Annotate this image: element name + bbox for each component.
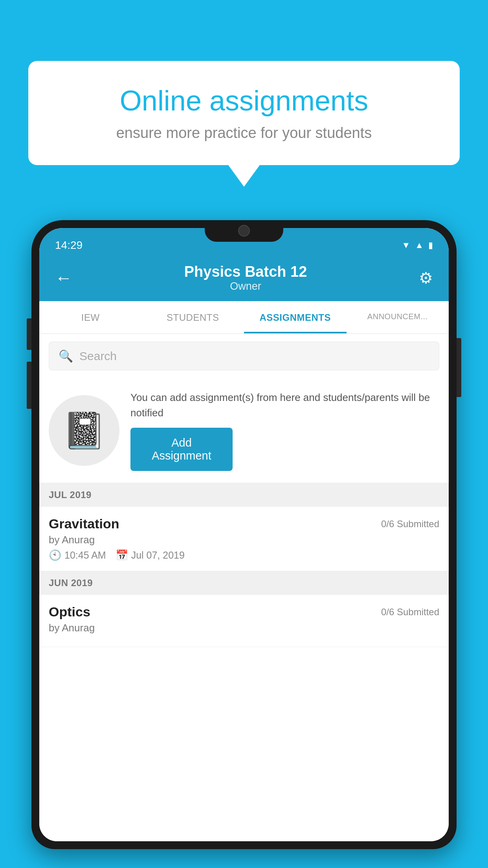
assignment-item-optics[interactable]: Optics 0/6 Submitted by Anurag [39,595,449,647]
status-icons: ▼ ▲ ▮ [402,240,433,250]
speech-bubble-container: Online assignments ensure more practice … [28,61,460,187]
assignment-time-gravitation: 🕙 10:45 AM [49,549,106,561]
assignment-item-gravitation[interactable]: Gravitation 0/6 Submitted by Anurag 🕙 10… [39,507,449,571]
assignment-card-right: You can add assignment(s) from here and … [130,390,439,471]
search-placeholder: Search [79,349,117,363]
tab-students[interactable]: STUDENTS [142,301,244,333]
add-assignment-button[interactable]: Add Assignment [130,428,233,471]
assignment-title-optics: Optics [49,604,90,620]
tabs-bar: IEW STUDENTS ASSIGNMENTS ANNOUNCEM... [39,301,449,334]
tab-assignments[interactable]: ASSIGNMENTS [244,301,347,333]
phone-camera [238,225,250,237]
header-title-group: Physics Batch 12 Owner [72,263,419,292]
notebook-icon: 📓 [62,410,106,451]
calendar-icon: 📅 [116,549,128,561]
assignment-date-gravitation: 📅 Jul 07, 2019 [116,549,185,561]
tab-iew[interactable]: IEW [39,301,142,333]
assignment-submitted-optics: 0/6 Submitted [381,607,439,618]
assignment-author-optics: by Anurag [49,622,439,634]
speech-bubble: Online assignments ensure more practice … [28,61,460,165]
speech-bubble-title: Online assignments [56,85,432,117]
search-container: 🔍 Search [39,334,449,378]
app-header: ← Physics Batch 12 Owner ⚙ [39,256,449,301]
speech-bubble-subtitle: ensure more practice for your students [56,125,432,142]
phone-screen: 14:29 ▼ ▲ ▮ ← Physics Batch 12 Owner ⚙ I… [39,228,449,841]
settings-icon[interactable]: ⚙ [419,269,433,287]
phone-container: 14:29 ▼ ▲ ▮ ← Physics Batch 12 Owner ⚙ I… [31,220,457,868]
phone-side-btn-left2 [27,362,31,409]
add-assignment-card: 📓 You can add assignment(s) from here an… [39,378,449,483]
assignment-meta-gravitation: 🕙 10:45 AM 📅 Jul 07, 2019 [49,549,439,561]
assignment-item-optics-top: Optics 0/6 Submitted [49,604,439,620]
battery-icon: ▮ [428,240,433,250]
clock-icon: 🕙 [49,549,61,561]
search-bar[interactable]: 🔍 Search [49,342,439,370]
section-header-jun: JUN 2019 [39,571,449,595]
phone-notch [205,220,283,242]
assignment-date-value: Jul 07, 2019 [131,550,185,561]
header-subtitle: Owner [72,280,419,292]
assignment-icon-circle: 📓 [49,395,119,466]
tab-announcements[interactable]: ANNOUNCEM... [347,301,449,333]
speech-bubble-arrow [228,165,260,187]
phone-side-btn-right [457,338,461,397]
phone-body: 14:29 ▼ ▲ ▮ ← Physics Batch 12 Owner ⚙ I… [31,220,457,849]
back-button[interactable]: ← [55,268,72,288]
assignment-item-top: Gravitation 0/6 Submitted [49,516,439,531]
assignment-submitted-gravitation: 0/6 Submitted [381,519,439,530]
assignment-time-value: 10:45 AM [64,550,106,561]
search-icon: 🔍 [59,349,73,363]
status-time: 14:29 [55,239,83,252]
signal-icon: ▲ [415,240,424,250]
phone-side-btn-left [27,318,31,350]
content-area: 🔍 Search 📓 You can add assignment(s) fro… [39,334,449,841]
assignment-title-gravitation: Gravitation [49,516,119,531]
wifi-icon: ▼ [402,240,410,250]
assignment-description: You can add assignment(s) from here and … [130,390,439,421]
header-title: Physics Batch 12 [72,263,419,280]
section-header-jul: JUL 2019 [39,483,449,507]
assignment-author-gravitation: by Anurag [49,534,439,546]
